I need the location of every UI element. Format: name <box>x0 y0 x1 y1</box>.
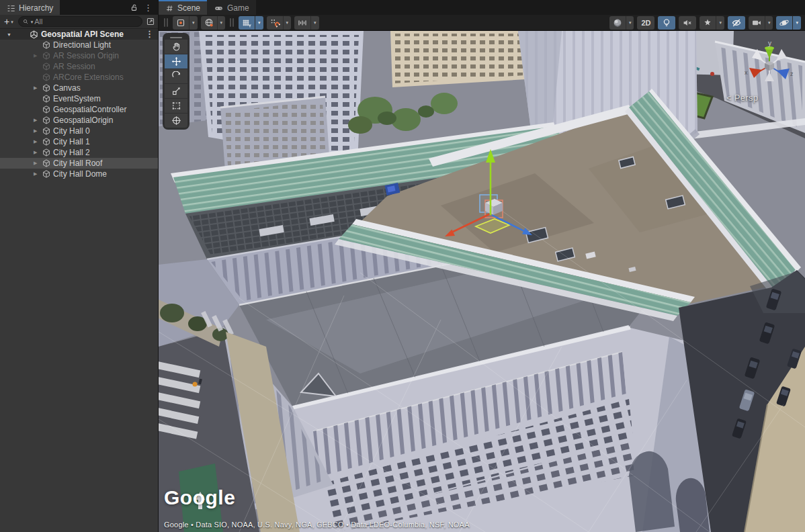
game-gamepad-icon <box>214 4 224 13</box>
scene-tabbar: Scene Game <box>159 0 805 15</box>
pivot-mode-button[interactable]: ▾ <box>173 16 198 30</box>
grid-axis-icon <box>241 17 252 28</box>
view-hand-tool-button[interactable] <box>165 40 187 54</box>
tabbar-spacer <box>60 0 124 15</box>
projection-label: Persp <box>734 93 758 103</box>
camera-settings-button[interactable]: ▾ <box>749 16 773 30</box>
hierarchy-item-row[interactable]: GeospatialController <box>0 104 158 115</box>
tabbar-spacer <box>256 0 805 15</box>
gameobject-cube-icon <box>42 95 50 103</box>
orientation-gizmo[interactable]: y x z <box>743 40 796 87</box>
unlocked-padlock-icon[interactable] <box>130 3 138 12</box>
foldout-arrow-icon[interactable]: ▶ <box>34 150 42 155</box>
foldout-arrow-icon[interactable]: ▶ <box>34 53 42 58</box>
tab-game[interactable]: Game <box>207 0 256 15</box>
draw-mode-button[interactable]: ▾ <box>609 16 634 30</box>
move-tool-button[interactable] <box>165 54 187 69</box>
hierarchy-item-row[interactable]: Directional Light <box>0 40 158 50</box>
projection-toggle[interactable]: < Persp <box>726 93 794 103</box>
transform-icon <box>171 116 181 126</box>
orbit-gizmo-icon <box>779 17 790 28</box>
gizmo-z-cone[interactable] <box>777 69 790 79</box>
gameobject-cube-icon <box>42 116 50 124</box>
rect-tool-button[interactable] <box>165 99 187 113</box>
google-watermark: Google <box>164 486 235 509</box>
hierarchy-item-row[interactable]: ▶ Canvas <box>0 83 158 93</box>
scale-tool-button[interactable] <box>165 84 187 98</box>
effects-star-icon <box>702 17 713 28</box>
scene-root-label: Geospatial API Scene <box>41 30 124 39</box>
create-gameobject-button[interactable]: + ▾ <box>3 17 15 26</box>
effects-button[interactable]: ▾ <box>700 16 724 30</box>
gizmo-x-cone[interactable] <box>749 68 762 78</box>
scene-root-row[interactable]: ▼ Geospatial API Scene ⋮ <box>0 29 158 40</box>
move-icon <box>171 56 181 66</box>
foldout-arrow-icon[interactable]: ▶ <box>34 171 42 177</box>
foldout-arrow-icon[interactable]: ▶ <box>34 85 42 91</box>
gameobject-cube-icon <box>42 73 50 81</box>
search-input[interactable] <box>34 17 138 26</box>
toolbar-drag-handle[interactable] <box>164 18 168 27</box>
gizmo-neg-cone[interactable] <box>776 49 787 60</box>
hierarchy-item-label: City Hall Dome <box>53 169 107 179</box>
scene-viewport[interactable]: y x z < Persp Google Google • Data SIO, … <box>159 31 805 532</box>
open-search-window-icon[interactable] <box>146 17 155 26</box>
chevron-down-icon: ▾ <box>258 20 261 25</box>
search-filter-caret-icon[interactable]: ▾ <box>31 19 34 24</box>
toolbar-drag-handle[interactable] <box>230 18 234 27</box>
hierarchy-item-row[interactable]: ▶ City Hall 1 <box>0 136 158 147</box>
hierarchy-item-row[interactable]: EventSystem <box>0 93 158 104</box>
hierarchy-menu-kebab-icon[interactable]: ⋮ <box>144 3 153 12</box>
foldout-arrow-icon[interactable]: ▶ <box>34 118 42 123</box>
hierarchy-item-row[interactable]: ▶ City Hall 0 <box>0 126 158 136</box>
hierarchy-item-row[interactable]: ▶ AR Session Origin <box>0 50 158 61</box>
gizmo-y-label: y <box>768 40 771 47</box>
hierarchy-item-row[interactable]: ARCore Extensions <box>0 72 158 83</box>
audio-mute-button[interactable] <box>679 16 696 30</box>
gizmos-button[interactable]: ▾ <box>776 16 801 30</box>
scene-grid-icon <box>165 4 174 13</box>
chevron-down-icon: ▾ <box>314 20 316 25</box>
grid-visibility-button[interactable]: ▾ <box>239 16 263 30</box>
tab-hierarchy[interactable]: Hierarchy <box>0 0 60 15</box>
scene-visibility-button[interactable] <box>728 16 745 30</box>
gizmo-neg-cone[interactable] <box>752 49 763 60</box>
scene-canvas[interactable] <box>159 31 805 532</box>
snap-magnet-icon <box>269 17 280 28</box>
hierarchy-item-row[interactable]: ▶ City Hall 2 <box>0 147 158 158</box>
gizmo-neg-cone[interactable] <box>765 72 774 81</box>
hierarchy-item-label: City Hall 1 <box>53 137 90 146</box>
gizmo-x-label: x <box>745 69 748 76</box>
scene-lighting-button[interactable] <box>658 16 675 30</box>
scene-menu-kebab-icon[interactable]: ⋮ <box>145 30 154 38</box>
rotate-tool-button[interactable] <box>165 69 187 83</box>
transform-tool-button[interactable] <box>165 114 187 128</box>
hierarchy-item-row[interactable]: AR Session <box>0 61 158 72</box>
camera-icon <box>751 17 762 28</box>
hierarchy-item-row[interactable]: ▶ City Hall Dome <box>0 169 158 179</box>
hierarchy-item-row[interactable]: ▶ City Hall Roof <box>0 158 158 169</box>
rotate-icon <box>171 71 181 81</box>
unity-scene-icon <box>30 30 38 39</box>
foldout-arrow-icon[interactable]: ▶ <box>34 139 42 144</box>
tab-scene[interactable]: Scene <box>159 0 207 15</box>
rect-tool-icon <box>171 101 181 111</box>
hierarchy-item-row[interactable]: ▶ GeospatialOrigin <box>0 115 158 126</box>
hierarchy-search-field[interactable]: ▾ <box>18 16 142 27</box>
2d-toggle-button[interactable]: 2D <box>637 16 654 30</box>
hierarchy-tree: ▼ Geospatial API Scene ⋮ Directional Lig… <box>0 29 158 532</box>
foldout-arrow-icon[interactable]: ▶ <box>34 128 42 134</box>
hierarchy-item-label: Canvas <box>53 83 81 93</box>
snap-increment-button[interactable]: ▾ <box>294 16 319 30</box>
gameobject-cube-icon <box>42 105 50 114</box>
overlay-drag-handle-icon[interactable] <box>170 37 182 38</box>
foldout-arrow-icon[interactable]: ▶ <box>34 161 42 166</box>
hierarchy-item-label: EventSystem <box>53 94 101 103</box>
hierarchy-item-label: GeospatialOrigin <box>53 116 113 125</box>
handle-orientation-button[interactable]: ▾ <box>201 16 226 30</box>
plus-icon: + <box>4 17 9 26</box>
grid-snap-button[interactable]: ▾ <box>267 16 292 30</box>
chevron-down-icon: ▾ <box>796 20 798 25</box>
foldout-expanded-icon[interactable]: ▼ <box>7 32 15 37</box>
hierarchy-item-label: ARCore Extensions <box>53 73 124 82</box>
